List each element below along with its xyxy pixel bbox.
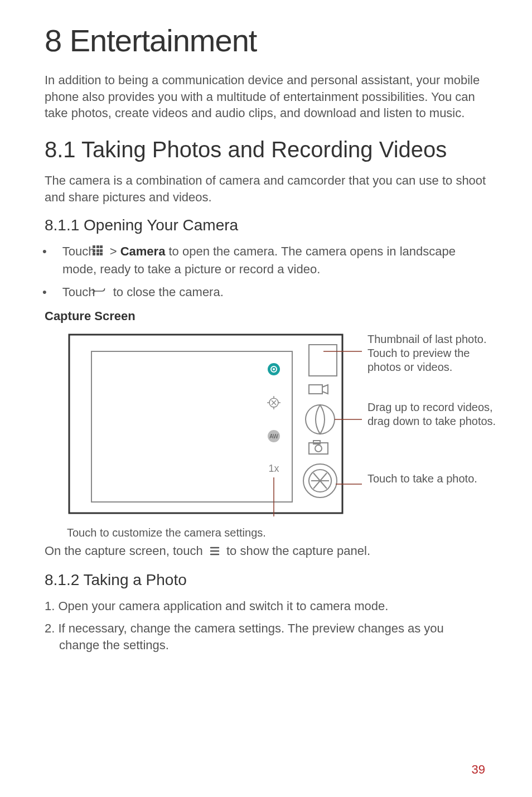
flash-icon bbox=[268, 363, 280, 375]
section-paragraph: The camera is a combination of camera an… bbox=[45, 172, 487, 205]
back-arrow-icon bbox=[102, 284, 107, 302]
heading-3-open-camera: 8.1.1 Opening Your Camera bbox=[45, 216, 487, 234]
svg-rect-7 bbox=[96, 253, 99, 255]
mode-slider-icon bbox=[306, 405, 335, 434]
step-2: 2. If necessary, change the camera setti… bbox=[45, 620, 487, 653]
svg-rect-2 bbox=[100, 245, 103, 248]
focus-icon bbox=[267, 396, 280, 409]
svg-text:AW: AW bbox=[269, 433, 278, 439]
awb-icon: AW bbox=[268, 430, 280, 442]
videocam-icon bbox=[309, 385, 328, 394]
page-number: 39 bbox=[472, 762, 485, 777]
zoom-label: 1x bbox=[268, 463, 279, 474]
svg-rect-8 bbox=[100, 253, 103, 255]
callout-thumbnail: Thumbnail of last photo. Touch to previe… bbox=[367, 332, 501, 374]
svg-rect-1 bbox=[96, 245, 99, 248]
bullet1-mid: > bbox=[110, 244, 120, 258]
svg-rect-6 bbox=[93, 253, 95, 255]
bullet2-pre: Touch bbox=[62, 285, 95, 299]
photocam-icon bbox=[309, 441, 328, 454]
shutter-icon bbox=[303, 464, 337, 497]
svg-rect-10 bbox=[91, 351, 292, 502]
capture-screen-diagram: AW 1x Thumbnail of last photo. Touch to … bbox=[45, 329, 487, 539]
menu-icon bbox=[210, 544, 220, 561]
svg-rect-9 bbox=[69, 335, 342, 513]
subheading-capture-screen: Capture Screen bbox=[45, 309, 487, 323]
svg-rect-12 bbox=[309, 385, 322, 394]
intro-paragraph: In addition to being a communication dev… bbox=[45, 72, 487, 122]
svg-rect-5 bbox=[100, 249, 103, 252]
heading-1: 8 Entertainment bbox=[45, 22, 487, 59]
bullet-close-camera: • Touch to close the camera. bbox=[45, 284, 487, 302]
panel-sentence: On the capture screen, touch to show the… bbox=[45, 543, 487, 560]
bullet1-pre: Touch bbox=[62, 244, 95, 258]
bullet-open-camera: • Touch > Camera to open the camera. The… bbox=[45, 243, 487, 278]
svg-point-20 bbox=[273, 368, 275, 370]
callout-drag: Drag up to record videos, drag down to t… bbox=[367, 400, 501, 428]
apps-grid-icon bbox=[102, 244, 103, 261]
bullet2-post: to close the camera. bbox=[113, 285, 224, 299]
svg-point-16 bbox=[315, 445, 322, 452]
svg-point-13 bbox=[306, 405, 335, 434]
panel-pre: On the capture screen, touch bbox=[45, 544, 203, 558]
heading-3-taking-photo: 8.1.2 Taking a Photo bbox=[45, 571, 487, 589]
callout-shutter: Touch to take a photo. bbox=[367, 472, 501, 486]
callout-settings: Touch to customize the camera settings. bbox=[67, 526, 487, 539]
step-1: 1. Open your camera application and swit… bbox=[45, 598, 487, 615]
heading-2: 8.1 Taking Photos and Recording Videos bbox=[45, 137, 487, 162]
camera-strong: Camera bbox=[120, 244, 166, 258]
panel-post: to show the capture panel. bbox=[226, 544, 370, 558]
svg-rect-4 bbox=[96, 249, 99, 252]
svg-rect-11 bbox=[309, 345, 337, 376]
svg-rect-3 bbox=[93, 249, 95, 252]
svg-rect-0 bbox=[93, 245, 95, 248]
